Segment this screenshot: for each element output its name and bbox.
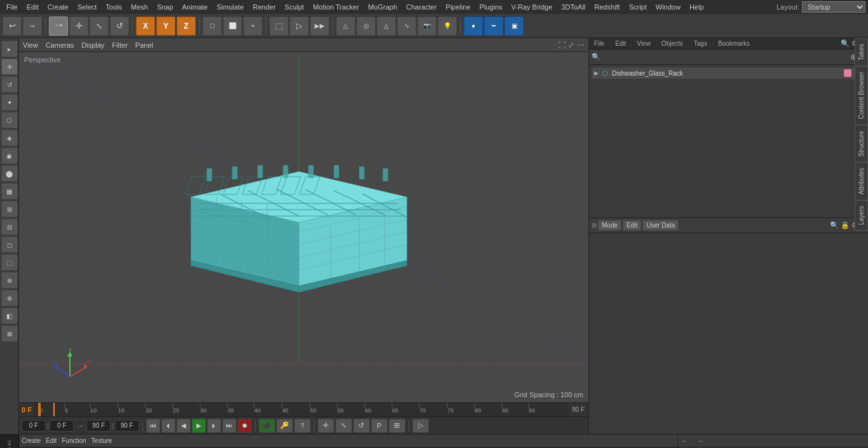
grid-transport-button[interactable]: ⊞: [389, 419, 405, 433]
menu-edit[interactable]: Edit: [23, 2, 43, 12]
sidebar-tool-14[interactable]: ⊕: [1, 272, 18, 288]
menu-snap[interactable]: Snap: [153, 2, 177, 12]
scale-transport-button[interactable]: ⤡: [336, 419, 352, 433]
menu-sculpt[interactable]: Sculpt: [281, 2, 308, 12]
attr-edit-btn[interactable]: Edit: [623, 220, 641, 231]
mat-menu-texture[interactable]: Texture: [92, 437, 112, 444]
menu-help[interactable]: Help: [686, 2, 708, 12]
vp-menu-panel[interactable]: Panel: [135, 41, 153, 49]
menu-select[interactable]: Select: [74, 2, 101, 12]
render-region-button[interactable]: ⬚: [269, 17, 288, 36]
sidebar-tool-12[interactable]: ◻: [1, 236, 18, 253]
tab-file[interactable]: File: [589, 38, 610, 49]
key-mode-button[interactable]: 🔑: [276, 419, 293, 433]
menu-tools[interactable]: Tools: [102, 2, 126, 12]
vp-icon-settings[interactable]: ⋯: [577, 41, 585, 50]
vp-icon-maximize[interactable]: ⛶: [558, 41, 566, 50]
rotate-transport-button[interactable]: ↺: [353, 419, 370, 433]
menu-create[interactable]: Create: [44, 2, 72, 12]
menu-redshift[interactable]: Redshift: [590, 2, 623, 12]
point-mode-button[interactable]: ●: [464, 17, 483, 36]
tab-edit[interactable]: Edit: [610, 38, 632, 49]
sidebar-tool-11[interactable]: ⊟: [1, 219, 18, 235]
vp-menu-display[interactable]: Display: [81, 41, 104, 49]
light-button[interactable]: 💡: [438, 17, 457, 36]
null-object-button[interactable]: ⬡: [203, 17, 222, 36]
menu-render[interactable]: Render: [249, 2, 280, 12]
sidebar-tool-15[interactable]: ⊗: [1, 290, 18, 306]
menu-3dtoall[interactable]: 3DToAll: [557, 2, 589, 12]
3d-viewport[interactable]: Perspective Grid Spacing : 100 cm Y X Z: [19, 52, 588, 402]
render-view-button[interactable]: ▷: [290, 17, 309, 36]
sidebar-tool-7[interactable]: ◉: [1, 147, 18, 164]
render-transport-button[interactable]: ▷: [412, 419, 429, 433]
undo-button[interactable]: ↩: [3, 17, 22, 36]
menu-motion-tracker[interactable]: Motion Tracker: [309, 2, 363, 12]
end-frame-field[interactable]: [115, 420, 139, 431]
vp-menu-view[interactable]: View: [23, 41, 38, 49]
vtab-takes[interactable]: Takes: [855, 38, 868, 66]
vtab-content-browser[interactable]: Content Browser: [855, 66, 868, 125]
timeline[interactable]: 0 F 0 5 10 15: [19, 402, 588, 416]
attr-mode-btn[interactable]: Mode: [598, 220, 621, 231]
axis-y-button[interactable]: Y: [156, 17, 175, 36]
vtab-layers[interactable]: Layers: [855, 200, 868, 231]
vtab-structure[interactable]: Structure: [855, 125, 868, 163]
layout-dropdown[interactable]: Startup: [802, 1, 865, 13]
menu-window[interactable]: Window: [652, 2, 684, 12]
menu-character[interactable]: Character: [402, 2, 440, 12]
axis-z-button[interactable]: Z: [177, 17, 196, 36]
sidebar-tool-17[interactable]: ⊠: [1, 325, 18, 342]
auto-key-button[interactable]: ⚫: [259, 419, 275, 433]
edge-mode-button[interactable]: ━: [484, 17, 503, 36]
vtab-attributes[interactable]: Attributes: [855, 162, 868, 200]
redo-button[interactable]: ↪: [23, 17, 42, 36]
objects-search-icon[interactable]: 🔍: [592, 53, 600, 61]
select-tool-button[interactable]: ⭢: [49, 17, 68, 36]
play-reverse-button[interactable]: ◀: [177, 419, 191, 433]
scale-tool-button[interactable]: ⤡: [90, 17, 109, 36]
tab-view[interactable]: View: [632, 38, 656, 49]
mat-menu-edit[interactable]: Edit: [46, 437, 57, 444]
move-tool-button[interactable]: ✛: [69, 17, 88, 36]
vp-menu-cameras[interactable]: Cameras: [46, 41, 74, 49]
pivot-button[interactable]: P: [371, 419, 388, 433]
step-back-button[interactable]: ⏴: [161, 419, 175, 433]
sidebar-tool-10[interactable]: ⊞: [1, 201, 18, 217]
record-button[interactable]: ⏺: [238, 419, 252, 433]
poly-mode-button[interactable]: ▣: [505, 17, 524, 36]
menu-mesh[interactable]: Mesh: [127, 2, 152, 12]
cube-button[interactable]: ⬜: [223, 17, 242, 36]
sidebar-tool-9[interactable]: ▦: [1, 183, 18, 200]
sphere-button[interactable]: ⚬: [243, 17, 262, 36]
rotate-tool-button[interactable]: ↺: [110, 17, 129, 36]
tab-objects[interactable]: Objects: [656, 38, 689, 49]
tab-tags[interactable]: Tags: [689, 38, 713, 49]
sidebar-tool-16[interactable]: ◧: [1, 308, 18, 324]
menu-pipeline[interactable]: Pipeline: [442, 2, 474, 12]
menu-mograph[interactable]: MoGraph: [364, 2, 401, 12]
vp-icon-arrows[interactable]: ⤢: [568, 41, 574, 50]
move-transport-button[interactable]: ✛: [318, 419, 334, 433]
timeline-playhead[interactable]: [53, 403, 55, 416]
mat-menu-create[interactable]: Create: [22, 437, 41, 444]
sidebar-tool-1[interactable]: ▸: [1, 41, 18, 57]
vp-menu-filter[interactable]: Filter: [112, 41, 127, 49]
menu-script[interactable]: Script: [625, 2, 651, 12]
start-frame-field[interactable]: [22, 420, 46, 431]
play-button[interactable]: ▶: [192, 419, 206, 433]
deformer-button[interactable]: ◬: [377, 17, 396, 36]
sidebar-tool-6[interactable]: ◈: [1, 130, 18, 146]
spline-button[interactable]: ∿: [397, 17, 416, 36]
step-forward-button[interactable]: ⏵: [207, 419, 221, 433]
menu-animate[interactable]: Animate: [179, 2, 212, 12]
min-frame-field[interactable]: [50, 420, 74, 431]
camera-button[interactable]: 📷: [417, 17, 437, 36]
menu-vray[interactable]: V-Ray Bridge: [508, 2, 557, 12]
sidebar-tool-8[interactable]: ⬤: [1, 165, 18, 182]
axis-x-button[interactable]: X: [136, 17, 155, 36]
sidebar-tool-4[interactable]: ✦: [1, 94, 18, 111]
max-frame-field[interactable]: [86, 420, 111, 431]
sidebar-tool-5[interactable]: ⬡: [1, 112, 18, 128]
polygon-button[interactable]: △: [336, 17, 355, 36]
